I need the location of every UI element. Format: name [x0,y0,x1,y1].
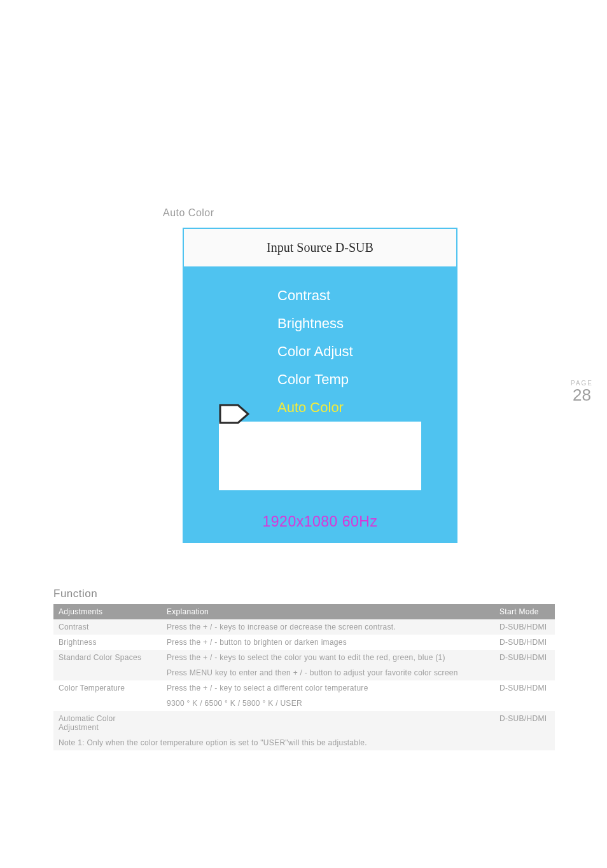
cell-exp [162,711,494,735]
th-adjustments: Adjustments [53,604,162,619]
cell-mode: D-SUB/HDMI [494,619,555,635]
cell-mode [494,665,555,680]
osd-item-brightness: Brightness [184,310,456,338]
cell-adj [53,696,162,711]
function-table: Adjustments Explanation Start Mode Contr… [53,604,555,735]
table-row: Color Temperature Press the + / - key to… [53,680,555,696]
table-row: Standard Color Spaces Press the + / - ke… [53,650,555,665]
osd-resolution: 1920x1080 60Hz [184,504,456,542]
cell-exp: 9300 ° K / 6500 ° K / 5800 ° K / USER [162,696,494,711]
osd-panel: Input Source D-SUB Contrast Brightness C… [183,228,457,543]
cell-adj [53,665,162,680]
th-start-mode: Start Mode [494,604,555,619]
table-row: 9300 ° K / 6500 ° K / 5800 ° K / USER [53,696,555,711]
cell-mode: D-SUB/HDMI [494,635,555,650]
cell-exp: Press the + / - key to select a differen… [162,680,494,696]
table-row: Brightness Press the + / - button to bri… [53,635,555,650]
cell-mode: D-SUB/HDMI [494,680,555,696]
cell-mode: D-SUB/HDMI [494,711,555,735]
cell-adj: Automatic Color Adjustment [53,711,162,735]
cell-exp: Press the + / - button to brighten or da… [162,635,494,650]
cell-adj: Brightness [53,635,162,650]
document-content: Auto Color Input Source D-SUB Contrast B… [0,207,607,543]
table-row: Press MENU key to enter and then + / - b… [53,665,555,680]
table-row: Contrast Press the + / - keys to increas… [53,619,555,635]
page-marker: PAGE 28 [571,380,593,403]
table-header-row: Adjustments Explanation Start Mode [53,604,555,619]
osd-item-contrast: Contrast [184,282,456,310]
cell-exp: Press the + / - keys to select the color… [162,650,494,665]
cell-exp: Press the + / - keys to increase or decr… [162,619,494,635]
cell-exp: Press MENU key to enter and then + / - b… [162,665,494,680]
section-title: Auto Color [163,207,607,219]
function-note: Note 1: Only when the color temperature … [53,735,555,750]
pointer-icon [219,403,249,425]
cell-mode: D-SUB/HDMI [494,650,555,665]
function-section: Function Adjustments Explanation Start M… [53,588,555,750]
page-number: 28 [571,387,593,403]
th-explanation: Explanation [162,604,494,619]
cell-adj: Contrast [53,619,162,635]
cell-adj: Color Temperature [53,680,162,696]
table-row: Automatic Color Adjustment D-SUB/HDMI [53,711,555,735]
cell-adj: Standard Color Spaces [53,650,162,665]
osd-item-color-adjust: Color Adjust [184,338,456,366]
osd-item-color-temp: Color Temp [184,366,456,394]
osd-blank-area [219,422,421,490]
osd-header: Input Source D-SUB [184,229,456,268]
function-title: Function [53,588,555,600]
cell-mode [494,696,555,711]
osd-menu: Contrast Brightness Color Adjust Color T… [184,268,456,504]
